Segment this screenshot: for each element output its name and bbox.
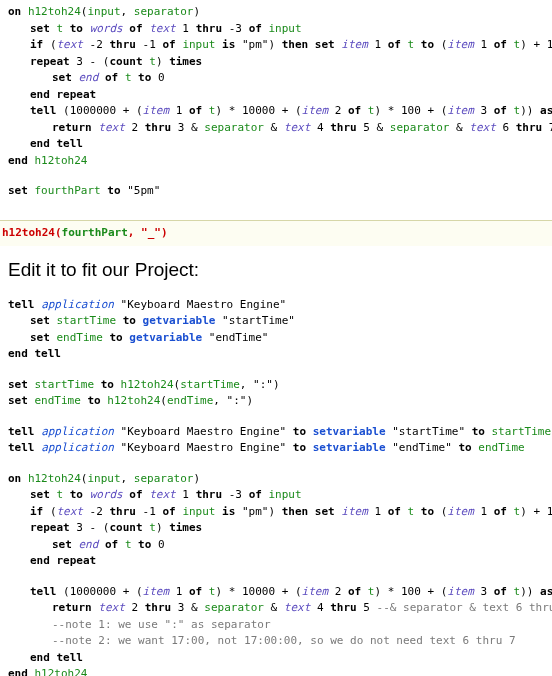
- code-line: return text 2 thru 3 & separator & text …: [8, 600, 544, 617]
- code-line: tell (1000000 + (item 1 of t) * 10000 + …: [8, 584, 544, 601]
- code-line: tell application "Keyboard Maestro Engin…: [8, 297, 544, 314]
- code-line: set endTime to getvariable "endTime": [8, 330, 544, 347]
- code-line: repeat 3 - (count t) times: [8, 520, 544, 537]
- code-line: end repeat: [8, 87, 544, 104]
- code-line: tell application "Keyboard Maestro Engin…: [8, 440, 544, 457]
- code-line: end tell: [8, 346, 544, 363]
- repl-prompt[interactable]: h12toh24(fourthPart, "_"): [0, 220, 552, 247]
- code-line: if (text -2 thru -1 of input is "pm") th…: [8, 504, 544, 521]
- code-line: on h12toh24(input, separator): [8, 4, 544, 21]
- code-line: set fourthPart to "5pm": [8, 183, 544, 200]
- code-line: set startTime to h12toh24(startTime, ":"…: [8, 377, 544, 394]
- code-line: if (text -2 thru -1 of input is "pm") th…: [8, 37, 544, 54]
- code-line: set end of t to 0: [8, 70, 544, 87]
- code-line: set end of t to 0: [8, 537, 544, 554]
- code-line: return text 2 thru 3 & separator & text …: [8, 120, 544, 137]
- code-line: on h12toh24(input, separator): [8, 471, 544, 488]
- code-line: end h12toh24: [8, 153, 544, 170]
- code-line: end tell: [8, 650, 544, 667]
- code-line: end h12toh24: [8, 666, 544, 676]
- code-line: set endTime to h12toh24(endTime, ":"): [8, 393, 544, 410]
- code-comment: --note 1: we use ":" as separator: [8, 617, 544, 634]
- code-line: repeat 3 - (count t) times: [8, 54, 544, 71]
- code-line: tell application "Keyboard Maestro Engin…: [8, 424, 544, 441]
- code-line: set t to words of text 1 thru -3 of inpu…: [8, 487, 544, 504]
- code-line: set startTime to getvariable "startTime": [8, 313, 544, 330]
- code-line: end repeat: [8, 553, 544, 570]
- code-line: tell (1000000 + (item 1 of t) * 10000 + …: [8, 103, 544, 120]
- section-heading: Edit it to fit our Project:: [8, 256, 544, 285]
- code-line: end tell: [8, 136, 544, 153]
- code-comment: --note 2: we want 17:00, not 17:00:00, s…: [8, 633, 544, 650]
- code-line: set t to words of text 1 thru -3 of inpu…: [8, 21, 544, 38]
